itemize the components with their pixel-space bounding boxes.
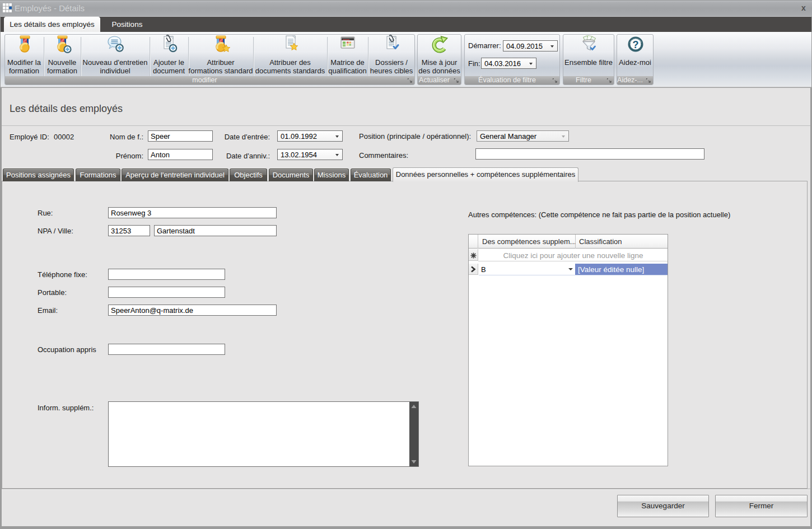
svg-text:?: ? (633, 39, 639, 50)
